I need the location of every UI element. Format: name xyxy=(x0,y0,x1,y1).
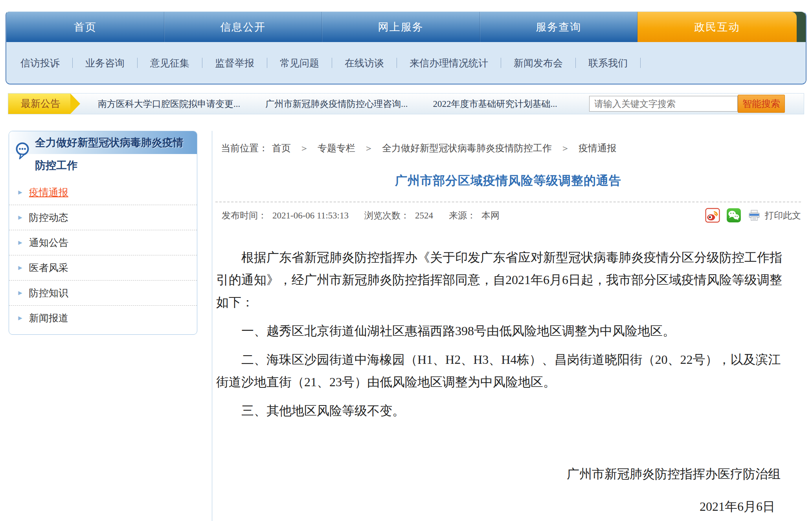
sidebar-title: 全力做好新型冠状病毒肺炎疫情防控工作 xyxy=(35,131,197,177)
arrow-bullet-icon: ► xyxy=(17,264,24,272)
divider xyxy=(137,58,138,68)
source-value: 本网 xyxy=(481,211,500,220)
smart-search-button[interactable]: 智能搜索 xyxy=(738,95,785,113)
main-area: 全力做好新型冠状病毒肺炎疫情防控工作 ►疫情通报 ►防控动态 ►通知公告 ►医者… xyxy=(9,131,804,521)
divider xyxy=(332,58,332,68)
subnav-item-supervision-report[interactable]: 监督举报 xyxy=(215,57,254,70)
article-panel: 当前位置： 首页 ＞ 专题专栏 ＞ 全力做好新型冠状病毒肺炎疫情防控工作 ＞ 疫… xyxy=(212,131,804,521)
primary-tabs: 首页 信息公开 网上服务 服务查询 xyxy=(6,12,637,42)
breadcrumb-special-column[interactable]: 专题专栏 xyxy=(318,143,355,153)
dashed-divider xyxy=(215,202,801,202)
announcement-bar: 最新公告 南方医科大学口腔医院拟申请变更... 广州市新冠肺炎疫情防控心理咨询.… xyxy=(8,93,804,114)
divider xyxy=(202,58,202,68)
sidebar-item-label[interactable]: 防控知识 xyxy=(29,288,68,298)
subnav-item-opinion-collect[interactable]: 意见征集 xyxy=(150,57,189,70)
subnav-item-contact-us[interactable]: 联系我们 xyxy=(588,57,628,70)
header-photo-banner xyxy=(0,0,812,11)
divider xyxy=(267,58,267,68)
subnav-item-faq[interactable]: 常见问题 xyxy=(280,57,319,70)
sidebar-item-news-report[interactable]: ►新闻报道 xyxy=(9,305,197,330)
secondary-navigation: 信访投诉 业务咨询 意见征集 监督举报 常见问题 在线访谈 来信办理情况统计 新… xyxy=(6,42,806,84)
sidebar-item-label[interactable]: 通知公告 xyxy=(29,237,68,248)
sidebar-item-epidemic-report[interactable]: ►疫情通报 xyxy=(9,180,197,205)
sidebar-item-label[interactable]: 疫情通报 xyxy=(29,187,68,198)
search-input[interactable] xyxy=(589,96,738,112)
sidebar-item-prevention-knowledge[interactable]: ►防控知识 xyxy=(9,280,197,305)
tab-info-disclosure[interactable]: 信息公开 xyxy=(164,12,322,42)
sidebar-header: 全力做好新型冠状病毒肺炎疫情防控工作 xyxy=(9,131,197,177)
latest-announcement-badge: 最新公告 xyxy=(8,94,70,114)
printer-icon[interactable] xyxy=(748,209,761,222)
article-paragraph-1: 根据广东省新冠肺炎防控指挥办《关于印发广东省应对新型冠状病毒肺炎疫情分区分级防控… xyxy=(216,246,791,314)
breadcrumb-epidemic-report[interactable]: 疫情通报 xyxy=(579,143,616,153)
divider xyxy=(575,58,576,68)
news-link-3[interactable]: 2022年度市基础研究计划基础... xyxy=(433,98,557,110)
arrow-bullet-icon: ► xyxy=(17,239,24,246)
publish-time: 2021-06-06 11:53:13 xyxy=(272,211,349,220)
sidebar: 全力做好新型冠状病毒肺炎疫情防控工作 ►疫情通报 ►防控动态 ►通知公告 ►医者… xyxy=(9,131,197,335)
sidebar-menu: ►疫情通报 ►防控动态 ►通知公告 ►医者风采 ►防控知识 ►新闻报道 xyxy=(9,180,197,330)
wechat-share-icon[interactable] xyxy=(726,208,741,223)
view-count: 2524 xyxy=(415,211,433,220)
article-signature: 广州市新冠肺炎防控指挥办医疗防治组 xyxy=(216,463,791,485)
news-link-2[interactable]: 广州市新冠肺炎疫情防控心理咨询... xyxy=(265,98,408,110)
arrow-bullet-icon: ► xyxy=(17,314,24,322)
subnav-item-business-consult[interactable]: 业务咨询 xyxy=(85,57,125,70)
main-navigation: 首页 信息公开 网上服务 服务查询 政民互动 信访投诉 业务咨询 意见征集 监督… xyxy=(6,11,806,84)
divider xyxy=(72,58,73,68)
breadcrumb-label: 当前位置： xyxy=(221,143,268,153)
article-paragraph-2: 一、越秀区北京街道仙湖社区惠福西路398号由低风险地区调整为中风险地区。 xyxy=(216,320,791,342)
sidebar-item-prevention-news[interactable]: ►防控动态 xyxy=(9,205,197,230)
sidebar-item-label[interactable]: 新闻报道 xyxy=(29,313,68,323)
article-title: 广州市部分区域疫情风险等级调整的通告 xyxy=(212,172,804,189)
sidebar-item-label[interactable]: 医者风采 xyxy=(29,262,68,273)
article-paragraph-4: 三、其他地区风险等级不变。 xyxy=(216,400,791,422)
tab-public-interaction[interactable]: 政民互动 xyxy=(637,12,797,42)
arrow-bullet-icon: ► xyxy=(17,214,24,221)
tab-home[interactable]: 首页 xyxy=(6,12,164,42)
sidebar-item-label[interactable]: 防控动态 xyxy=(29,212,68,223)
tab-online-service[interactable]: 网上服务 xyxy=(322,12,480,42)
divider xyxy=(640,58,641,68)
divider xyxy=(397,58,397,68)
arrow-bullet-icon: ► xyxy=(17,289,24,297)
subnav-item-letter-stats[interactable]: 来信办理情况统计 xyxy=(410,57,488,70)
breadcrumb-separator: ＞ xyxy=(560,143,570,153)
sidebar-item-notices[interactable]: ►通知公告 xyxy=(9,230,197,255)
breadcrumb: 当前位置： 首页 ＞ 专题专栏 ＞ 全力做好新型冠状病毒肺炎疫情防控工作 ＞ 疫… xyxy=(212,131,804,154)
views-label: 浏览次数： xyxy=(364,211,410,220)
subnav-item-online-interview[interactable]: 在线访谈 xyxy=(345,57,384,70)
print-article-link[interactable]: 打印此文 xyxy=(765,209,801,222)
article-meta: 发布时间：2021-06-06 11:53:13浏览次数：2524来源：本网 xyxy=(222,209,500,222)
breadcrumb-covid-section[interactable]: 全力做好新型冠状病毒肺炎疫情防控工作 xyxy=(382,143,552,153)
article-date: 2021年6月6日 xyxy=(216,495,791,518)
primary-tab-bar: 首页 信息公开 网上服务 服务查询 政民互动 xyxy=(6,12,806,42)
breadcrumb-separator: ＞ xyxy=(364,143,373,153)
article-paragraph-3: 二、海珠区沙园街道中海橡园（H1、H2、H3、H4栋）、昌岗街道晓阳街（20、2… xyxy=(216,349,791,393)
article-body: 根据广东省新冠肺炎防控指挥办《关于印发广东省应对新型冠状病毒肺炎疫情分区分级防控… xyxy=(212,246,804,518)
divider xyxy=(501,58,501,68)
tab-service-query[interactable]: 服务查询 xyxy=(480,12,638,42)
publish-time-label: 发布时间： xyxy=(222,211,267,220)
subnav-item-press-conference[interactable]: 新闻发布会 xyxy=(514,57,563,70)
breadcrumb-home[interactable]: 首页 xyxy=(272,143,291,153)
weibo-share-icon[interactable] xyxy=(705,208,720,223)
arrow-bullet-icon: ► xyxy=(17,189,24,196)
subnav-item-petition[interactable]: 信访投诉 xyxy=(20,57,60,70)
page: 首页 信息公开 网上服务 服务查询 政民互动 信访投诉 业务咨询 意见征集 监督… xyxy=(0,0,812,521)
article-meta-row: 发布时间：2021-06-06 11:53:13浏览次数：2524来源：本网 xyxy=(212,208,804,223)
sidebar-item-doctor-style[interactable]: ►医者风采 xyxy=(9,255,197,280)
speech-bubble-icon xyxy=(14,141,31,160)
share-toolbar: 打印此文 xyxy=(699,208,801,223)
breadcrumb-separator: ＞ xyxy=(299,143,309,153)
news-link-1[interactable]: 南方医科大学口腔医院拟申请变更... xyxy=(98,98,240,110)
source-label: 来源： xyxy=(449,211,476,220)
